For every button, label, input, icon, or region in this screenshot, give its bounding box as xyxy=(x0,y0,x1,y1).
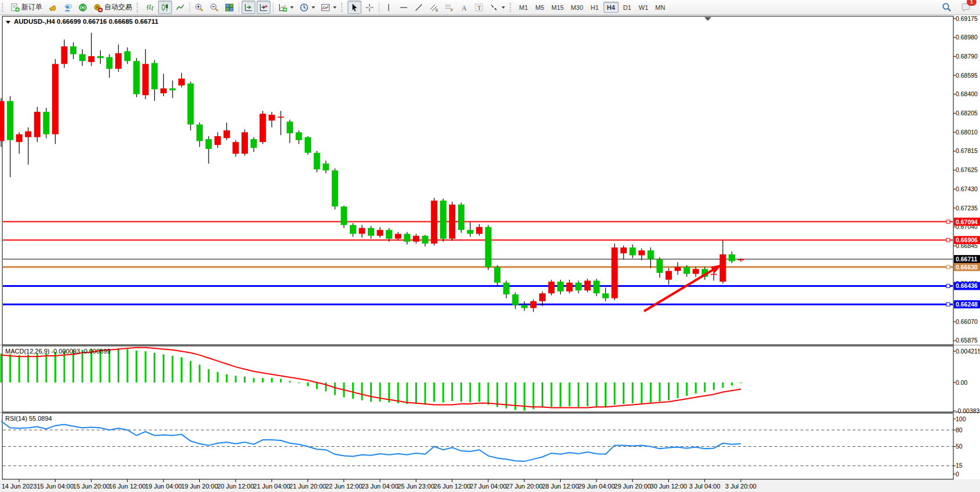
cursor-tool-button[interactable] xyxy=(348,1,361,14)
timeframe-button-H4[interactable]: H4 xyxy=(604,2,619,13)
timeframe-button-M30[interactable]: M30 xyxy=(568,2,586,13)
text-label-icon: T xyxy=(474,3,484,12)
timeframe-button-M5[interactable]: M5 xyxy=(532,2,547,13)
candle-body xyxy=(494,267,500,283)
time-axis-label: 28 Jun 12:00 xyxy=(542,483,579,490)
toolbar-grip[interactable] xyxy=(341,3,345,12)
candle-body xyxy=(70,46,76,54)
channel-tool-button[interactable]: E xyxy=(427,1,441,14)
candle-body xyxy=(575,283,582,290)
line-handle[interactable] xyxy=(946,303,950,306)
svg-text:A: A xyxy=(462,3,467,12)
candle-body xyxy=(530,301,536,308)
main-toolbar: 新订单 自动交易 xyxy=(0,0,980,15)
horizontal-line-tool-button[interactable] xyxy=(397,1,411,14)
macd-axis-label: 0.004215 xyxy=(956,348,980,355)
candle-body xyxy=(413,236,419,242)
timeframe-button-W1[interactable]: W1 xyxy=(636,2,652,13)
autotrading-button[interactable]: 自动交易 xyxy=(91,1,134,14)
text-label-tool-button[interactable]: T xyxy=(472,1,486,14)
candle-body xyxy=(34,112,41,137)
announcement-button[interactable] xyxy=(46,1,60,14)
candlestick-chart-type-button[interactable] xyxy=(158,1,172,14)
candle-body xyxy=(242,132,248,154)
line-handle[interactable] xyxy=(946,220,950,224)
candle-body xyxy=(43,112,49,134)
timeframe-button-MN[interactable]: MN xyxy=(652,2,668,13)
line-handle[interactable] xyxy=(946,284,950,287)
chart-area[interactable]: 0.691750.689800.687900.685950.684000.682… xyxy=(0,14,980,492)
new-order-button[interactable]: 新订单 xyxy=(8,1,45,14)
trendline-tool-button[interactable] xyxy=(412,1,426,14)
candle-body xyxy=(323,163,329,170)
candle-body xyxy=(359,228,365,234)
timeframe-button-H1[interactable]: H1 xyxy=(587,2,602,13)
text-tool-button[interactable]: A xyxy=(457,1,471,14)
zoom-in-button[interactable] xyxy=(192,1,206,14)
timeframe-button-M15[interactable]: M15 xyxy=(548,2,566,13)
candle-body xyxy=(557,282,564,291)
bar-chart-icon xyxy=(145,3,155,12)
candle-body xyxy=(485,227,492,267)
search-button[interactable] xyxy=(939,1,954,14)
line-handle[interactable] xyxy=(946,265,950,269)
chart-canvas[interactable]: 0.691750.689800.687900.685950.684000.682… xyxy=(0,14,980,492)
timeframe-button-M1[interactable]: M1 xyxy=(516,2,531,13)
indicators-button[interactable] xyxy=(276,1,296,14)
line-chart-type-button[interactable] xyxy=(173,1,187,14)
price-tag-label: 0.66906 xyxy=(956,236,978,243)
indicators-caret-icon xyxy=(290,6,294,9)
crosshair-tool-button[interactable] xyxy=(363,1,376,14)
cursor-icon xyxy=(350,3,359,12)
candle-body xyxy=(602,293,609,298)
new-order-icon xyxy=(10,3,20,12)
candle-body xyxy=(566,283,573,291)
candle-body xyxy=(422,236,429,243)
candle-body xyxy=(232,142,239,154)
price-axis-label: 0.67625 xyxy=(956,166,978,173)
candle-body xyxy=(656,259,663,273)
templates-button[interactable] xyxy=(319,1,339,14)
candle-body xyxy=(277,116,284,118)
notifications-button[interactable]: 1 xyxy=(959,1,974,14)
auto-scroll-button[interactable] xyxy=(242,1,255,14)
cloud-user-icon xyxy=(63,3,72,12)
fibonacci-icon: F xyxy=(444,3,454,12)
bar-chart-type-button[interactable] xyxy=(143,1,157,14)
price-tag-label: 0.66711 xyxy=(956,256,978,263)
channel-icon: E xyxy=(429,3,438,12)
toolbar-grip[interactable] xyxy=(510,3,514,12)
macd-axis-label: 0.00 xyxy=(956,379,968,386)
candle-body xyxy=(675,267,681,271)
timeframe-button-D1[interactable]: D1 xyxy=(620,2,635,13)
candle-body xyxy=(368,228,374,235)
arrows-tool-button[interactable] xyxy=(487,1,507,14)
candle-body xyxy=(142,64,149,95)
vertical-line-icon xyxy=(384,3,393,12)
candle-body xyxy=(259,114,266,142)
candle-body xyxy=(16,134,23,142)
line-handle[interactable] xyxy=(946,238,950,242)
price-axis-label: 0.67235 xyxy=(956,205,978,212)
new-order-label: 新订单 xyxy=(21,2,42,12)
candle-body xyxy=(79,54,86,61)
periods-button[interactable] xyxy=(297,1,317,14)
horizontal-line-icon xyxy=(399,3,408,12)
arrows-caret-icon xyxy=(502,6,505,9)
search-icon xyxy=(942,2,952,12)
toolbar-grip[interactable] xyxy=(2,3,6,12)
signal-icon xyxy=(78,3,87,12)
time-axis-label: 25 Jun 23:00 xyxy=(397,483,434,490)
fibonacci-tool-button[interactable]: F xyxy=(442,1,456,14)
candle-body xyxy=(169,88,175,90)
zoom-out-button[interactable] xyxy=(207,1,221,14)
chart-shift-button[interactable] xyxy=(257,1,270,14)
community-button[interactable] xyxy=(61,1,75,14)
tile-windows-button[interactable] xyxy=(222,1,236,14)
toolbar-grip[interactable] xyxy=(137,3,141,12)
signals-button[interactable] xyxy=(76,1,90,14)
price-axis-label: 0.66070 xyxy=(956,318,978,325)
zoom-in-icon xyxy=(195,3,204,12)
macd-label: MACD(12,26,9) -0.000093 -0.000899 xyxy=(5,348,111,355)
vertical-line-tool-button[interactable] xyxy=(382,1,396,14)
